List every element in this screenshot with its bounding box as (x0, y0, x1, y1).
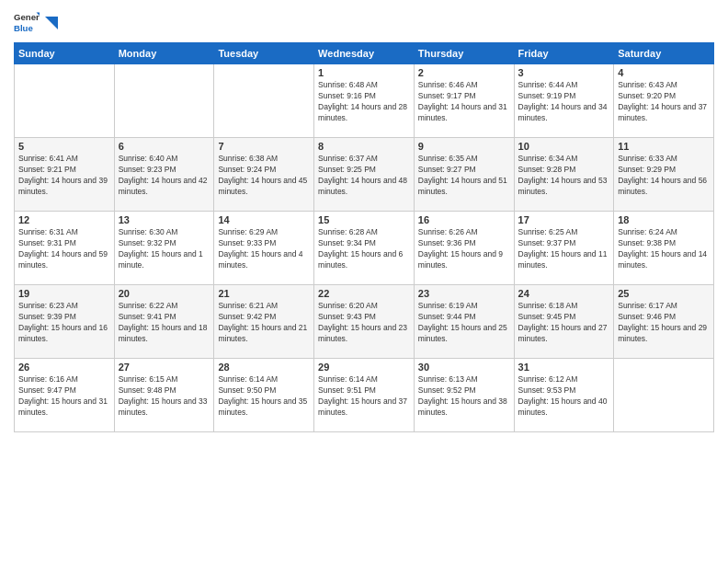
day-detail: Sunrise: 6:44 AMSunset: 9:19 PMDaylight:… (518, 80, 610, 124)
calendar-cell: 26Sunrise: 6:16 AMSunset: 9:47 PMDayligh… (15, 359, 115, 432)
calendar-cell: 11Sunrise: 6:33 AMSunset: 9:29 PMDayligh… (614, 138, 714, 212)
day-detail: Sunrise: 6:28 AMSunset: 9:34 PMDaylight:… (318, 227, 410, 271)
calendar-cell: 4Sunrise: 6:43 AMSunset: 9:20 PMDaylight… (614, 64, 714, 138)
svg-marker-3 (45, 17, 58, 29)
calendar-cell: 22Sunrise: 6:20 AMSunset: 9:43 PMDayligh… (314, 285, 415, 359)
calendar-cell: 25Sunrise: 6:17 AMSunset: 9:46 PMDayligh… (614, 285, 714, 359)
calendar-header: SundayMondayTuesdayWednesdayThursdayFrid… (15, 43, 714, 64)
weekday-header-friday: Friday (514, 43, 614, 64)
day-detail: Sunrise: 6:40 AMSunset: 9:23 PMDaylight:… (119, 154, 210, 198)
day-number: 6 (119, 141, 210, 152)
day-number: 31 (518, 362, 610, 373)
day-detail: Sunrise: 6:14 AMSunset: 9:50 PMDaylight:… (218, 374, 310, 419)
weekday-header-row: SundayMondayTuesdayWednesdayThursdayFrid… (15, 43, 714, 64)
calendar-cell: 14Sunrise: 6:29 AMSunset: 9:33 PMDayligh… (214, 212, 314, 285)
calendar-cell: 31Sunrise: 6:12 AMSunset: 9:53 PMDayligh… (514, 359, 614, 432)
calendar-cell: 5Sunrise: 6:41 AMSunset: 9:21 PMDaylight… (15, 138, 115, 212)
logo-triangle-icon (45, 17, 58, 29)
calendar-page: General Blue SundayMondayTuesdayWed (0, 0, 728, 563)
header: General Blue (14, 9, 714, 35)
calendar-cell: 12Sunrise: 6:31 AMSunset: 9:31 PMDayligh… (15, 212, 115, 285)
calendar-cell: 17Sunrise: 6:25 AMSunset: 9:37 PMDayligh… (514, 212, 614, 285)
day-number: 15 (318, 214, 410, 225)
day-detail: Sunrise: 6:48 AMSunset: 9:16 PMDaylight:… (318, 80, 410, 124)
day-detail: Sunrise: 6:23 AMSunset: 9:39 PMDaylight:… (18, 301, 110, 345)
day-detail: Sunrise: 6:13 AMSunset: 9:52 PMDaylight:… (418, 374, 510, 419)
day-number: 17 (518, 214, 610, 225)
day-number: 10 (518, 141, 610, 152)
weekday-header-tuesday: Tuesday (214, 43, 314, 64)
day-detail: Sunrise: 6:33 AMSunset: 9:29 PMDaylight:… (618, 154, 710, 198)
calendar-cell: 8Sunrise: 6:37 AMSunset: 9:25 PMDaylight… (314, 138, 415, 212)
calendar-cell: 7Sunrise: 6:38 AMSunset: 9:24 PMDaylight… (214, 138, 314, 212)
day-detail: Sunrise: 6:16 AMSunset: 9:47 PMDaylight:… (18, 374, 110, 419)
weekday-header-monday: Monday (114, 43, 214, 64)
calendar-cell: 21Sunrise: 6:21 AMSunset: 9:42 PMDayligh… (214, 285, 314, 359)
day-number: 5 (18, 141, 110, 152)
day-detail: Sunrise: 6:41 AMSunset: 9:21 PMDaylight:… (18, 154, 110, 198)
weekday-header-sunday: Sunday (15, 43, 115, 64)
calendar-cell: 16Sunrise: 6:26 AMSunset: 9:36 PMDayligh… (414, 212, 514, 285)
day-number: 3 (518, 67, 610, 78)
day-number: 16 (418, 214, 510, 225)
svg-text:General: General (14, 12, 40, 22)
svg-text:Blue: Blue (14, 23, 33, 33)
calendar-cell (114, 64, 214, 138)
day-detail: Sunrise: 6:37 AMSunset: 9:25 PMDaylight:… (318, 154, 410, 198)
day-number: 9 (418, 141, 510, 152)
day-number: 13 (119, 214, 210, 225)
calendar-body: 1Sunrise: 6:48 AMSunset: 9:16 PMDaylight… (15, 64, 714, 432)
calendar-week-row: 19Sunrise: 6:23 AMSunset: 9:39 PMDayligh… (15, 285, 714, 359)
day-number: 14 (218, 214, 310, 225)
calendar-cell: 20Sunrise: 6:22 AMSunset: 9:41 PMDayligh… (114, 285, 214, 359)
logo: General Blue (14, 9, 58, 35)
day-number: 2 (418, 67, 510, 78)
day-detail: Sunrise: 6:18 AMSunset: 9:45 PMDaylight:… (518, 301, 610, 345)
calendar-cell: 13Sunrise: 6:30 AMSunset: 9:32 PMDayligh… (114, 212, 214, 285)
day-detail: Sunrise: 6:22 AMSunset: 9:41 PMDaylight:… (119, 301, 210, 345)
day-detail: Sunrise: 6:19 AMSunset: 9:44 PMDaylight:… (418, 301, 510, 345)
calendar-table: SundayMondayTuesdayWednesdayThursdayFrid… (14, 42, 714, 432)
day-detail: Sunrise: 6:21 AMSunset: 9:42 PMDaylight:… (218, 301, 310, 345)
day-number: 7 (218, 141, 310, 152)
day-detail: Sunrise: 6:34 AMSunset: 9:28 PMDaylight:… (518, 154, 610, 198)
calendar-cell (614, 359, 714, 432)
day-number: 28 (218, 362, 310, 373)
calendar-cell (15, 64, 115, 138)
day-number: 26 (18, 362, 110, 373)
day-number: 1 (318, 67, 410, 78)
day-number: 21 (218, 288, 310, 299)
day-detail: Sunrise: 6:38 AMSunset: 9:24 PMDaylight:… (218, 154, 310, 198)
calendar-cell (214, 64, 314, 138)
day-number: 30 (418, 362, 510, 373)
calendar-week-row: 5Sunrise: 6:41 AMSunset: 9:21 PMDaylight… (15, 138, 714, 212)
calendar-week-row: 26Sunrise: 6:16 AMSunset: 9:47 PMDayligh… (15, 359, 714, 432)
day-detail: Sunrise: 6:35 AMSunset: 9:27 PMDaylight:… (418, 154, 510, 198)
calendar-cell: 6Sunrise: 6:40 AMSunset: 9:23 PMDaylight… (114, 138, 214, 212)
calendar-cell: 1Sunrise: 6:48 AMSunset: 9:16 PMDaylight… (314, 64, 415, 138)
weekday-header-thursday: Thursday (414, 43, 514, 64)
calendar-cell: 30Sunrise: 6:13 AMSunset: 9:52 PMDayligh… (414, 359, 514, 432)
day-number: 11 (618, 141, 710, 152)
calendar-cell: 29Sunrise: 6:14 AMSunset: 9:51 PMDayligh… (314, 359, 415, 432)
day-number: 12 (18, 214, 110, 225)
day-detail: Sunrise: 6:46 AMSunset: 9:17 PMDaylight:… (418, 80, 510, 124)
calendar-cell: 28Sunrise: 6:14 AMSunset: 9:50 PMDayligh… (214, 359, 314, 432)
day-number: 27 (119, 362, 210, 373)
day-number: 20 (119, 288, 210, 299)
calendar-cell: 9Sunrise: 6:35 AMSunset: 9:27 PMDaylight… (414, 138, 514, 212)
calendar-cell: 15Sunrise: 6:28 AMSunset: 9:34 PMDayligh… (314, 212, 415, 285)
day-detail: Sunrise: 6:24 AMSunset: 9:38 PMDaylight:… (618, 227, 710, 271)
day-number: 25 (618, 288, 710, 299)
day-number: 8 (318, 141, 410, 152)
calendar-cell: 18Sunrise: 6:24 AMSunset: 9:38 PMDayligh… (614, 212, 714, 285)
day-number: 24 (518, 288, 610, 299)
calendar-week-row: 1Sunrise: 6:48 AMSunset: 9:16 PMDaylight… (15, 64, 714, 138)
day-detail: Sunrise: 6:29 AMSunset: 9:33 PMDaylight:… (218, 227, 310, 271)
day-number: 4 (618, 67, 710, 78)
day-detail: Sunrise: 6:31 AMSunset: 9:31 PMDaylight:… (18, 227, 110, 271)
calendar-cell: 23Sunrise: 6:19 AMSunset: 9:44 PMDayligh… (414, 285, 514, 359)
day-number: 22 (318, 288, 410, 299)
day-detail: Sunrise: 6:20 AMSunset: 9:43 PMDaylight:… (318, 301, 410, 345)
day-detail: Sunrise: 6:30 AMSunset: 9:32 PMDaylight:… (119, 227, 210, 271)
